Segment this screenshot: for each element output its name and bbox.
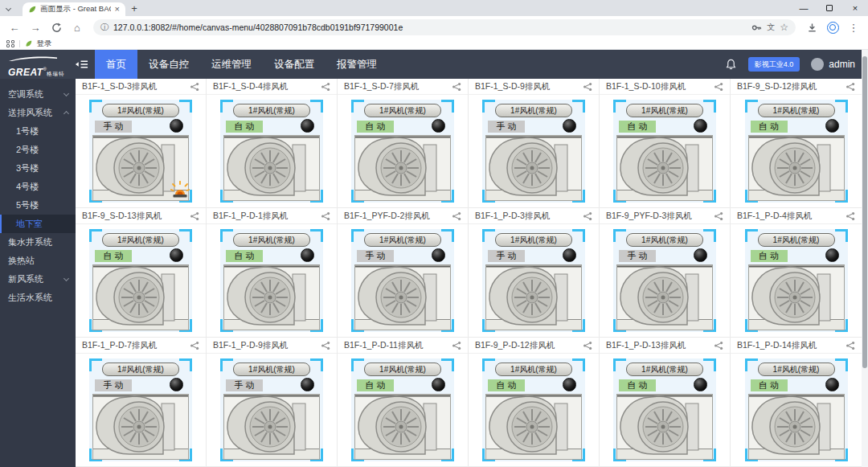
mode-toggle[interactable]: 自 动 xyxy=(488,379,525,391)
profile-avatar[interactable] xyxy=(823,18,842,37)
share-icon[interactable] xyxy=(190,211,199,221)
fan-label-button[interactable]: 1#风机(常规) xyxy=(233,363,310,376)
close-button[interactable]: × xyxy=(842,0,868,16)
sidebar-item[interactable]: 5号楼 xyxy=(0,196,76,215)
share-icon[interactable] xyxy=(321,82,330,92)
fan-widget[interactable]: 1#风机(常规) 手 动 xyxy=(351,229,454,332)
fan-widget[interactable]: 1#风机(常规) 自 动 xyxy=(482,358,585,461)
share-icon[interactable] xyxy=(452,341,461,350)
fan-widget[interactable]: 1#风机(常规) 手 动 xyxy=(482,229,585,332)
fan-label-button[interactable]: 1#风机(常规) xyxy=(495,104,572,117)
tab-close-icon[interactable]: × xyxy=(115,5,120,14)
fan-label-button[interactable]: 1#风机(常规) xyxy=(102,233,179,247)
restore-button[interactable] xyxy=(817,0,842,16)
scrollbar-thumb[interactable] xyxy=(862,56,867,368)
fan-widget[interactable]: 1#风机(常规) 自 动 xyxy=(351,100,454,203)
share-icon[interactable] xyxy=(321,341,330,350)
fan-widget[interactable]: 1#风机(常规) 自 动 xyxy=(613,358,716,461)
mode-toggle[interactable]: 手 动 xyxy=(95,379,132,391)
back-button[interactable]: ← xyxy=(5,18,24,37)
fan-widget[interactable]: 1#风机(常规) 手 动 xyxy=(482,100,585,203)
fan-label-button[interactable]: 1#风机(常规) xyxy=(364,363,441,376)
fan-widget[interactable]: 1#风机(常规) 自 动 xyxy=(89,229,192,332)
browser-menu-button[interactable]: ⋮ xyxy=(844,18,863,37)
browser-tab[interactable]: 画面显示 - Great BAOS × xyxy=(23,2,125,16)
share-icon[interactable] xyxy=(714,341,723,350)
share-icon[interactable] xyxy=(845,211,855,221)
fan-widget[interactable]: 1#风机(常规) 手 动 xyxy=(220,358,323,461)
mode-toggle[interactable]: 手 动 xyxy=(488,121,525,133)
mode-toggle[interactable]: 手 动 xyxy=(488,250,525,262)
user-avatar[interactable] xyxy=(811,58,824,71)
sidebar-item[interactable]: 新风系统 xyxy=(0,270,76,289)
share-icon[interactable] xyxy=(190,82,199,92)
mode-toggle[interactable]: 自 动 xyxy=(357,379,394,391)
reload-button[interactable] xyxy=(47,18,66,37)
minimize-button[interactable]: — xyxy=(791,0,817,16)
fan-label-button[interactable]: 1#风机(常规) xyxy=(233,104,310,117)
fan-label-button[interactable]: 1#风机(常规) xyxy=(626,104,703,117)
fan-label-button[interactable]: 1#风机(常规) xyxy=(626,233,703,247)
site-info-icon[interactable]: ⓘ xyxy=(100,22,108,33)
fan-widget[interactable]: 1#风机(常规) 手 动 xyxy=(89,358,192,461)
fan-label-button[interactable]: 1#风机(常规) xyxy=(102,363,179,376)
share-icon[interactable] xyxy=(845,341,855,350)
sidebar-collapse-button[interactable] xyxy=(71,50,92,79)
fan-widget[interactable]: 1#风机(常规) 自 动 xyxy=(220,100,323,203)
fan-label-button[interactable]: 1#风机(常规) xyxy=(758,233,835,247)
sidebar-item[interactable]: 4号楼 xyxy=(0,178,76,196)
share-icon[interactable] xyxy=(452,82,461,92)
mode-toggle[interactable]: 手 动 xyxy=(619,250,656,262)
fan-label-button[interactable]: 1#风机(常规) xyxy=(495,233,572,247)
user-name[interactable]: admin xyxy=(829,59,855,70)
sidebar-item[interactable]: 送排风系统 xyxy=(0,104,76,122)
bell-icon[interactable] xyxy=(725,58,737,71)
fan-label-button[interactable]: 1#风机(常规) xyxy=(364,104,441,117)
apps-grid-icon[interactable] xyxy=(6,40,14,48)
mode-toggle[interactable]: 自 动 xyxy=(95,250,132,262)
fan-label-button[interactable]: 1#风机(常规) xyxy=(758,363,835,376)
sidebar-item[interactable]: 空调系统 xyxy=(0,85,76,104)
share-icon[interactable] xyxy=(452,211,461,221)
share-icon[interactable] xyxy=(190,341,199,350)
sidebar-item[interactable]: 集水井系统 xyxy=(0,233,76,252)
nav-tab[interactable]: 报警管理 xyxy=(326,50,388,79)
fan-label-button[interactable]: 1#风机(常规) xyxy=(758,104,835,117)
new-tab-button[interactable]: + xyxy=(125,0,143,16)
fan-widget[interactable]: 1#风机(常规) 自 动 xyxy=(220,229,323,332)
fan-widget[interactable]: 1#风机(常规) 自 动 xyxy=(351,358,454,461)
downloads-button[interactable] xyxy=(802,18,821,37)
share-icon[interactable] xyxy=(583,82,592,92)
sidebar-item[interactable]: 生活水系统 xyxy=(0,289,76,307)
nav-tab[interactable]: 首页 xyxy=(95,50,137,79)
nav-tab[interactable]: 运维管理 xyxy=(200,50,263,79)
fan-widget[interactable]: 1#风机(常规) 自 动 xyxy=(745,229,848,332)
share-icon[interactable] xyxy=(583,341,592,350)
mode-toggle[interactable]: 自 动 xyxy=(751,379,788,391)
fan-label-button[interactable]: 1#风机(常规) xyxy=(233,233,310,247)
mode-toggle[interactable]: 手 动 xyxy=(357,250,394,262)
nav-tab[interactable]: 设备自控 xyxy=(137,50,200,79)
mode-toggle[interactable]: 自 动 xyxy=(751,250,788,262)
address-bar[interactable]: ⓘ 127.0.0.1:8082/#/home/canvas-menu/4028… xyxy=(93,19,796,35)
fan-label-button[interactable]: 1#风机(常规) xyxy=(364,233,441,247)
bookmark-login[interactable]: 登录 xyxy=(37,39,52,49)
sidebar-item[interactable]: 地下室 xyxy=(0,215,76,233)
home-button[interactable]: ⌂ xyxy=(68,18,87,37)
fan-label-button[interactable]: 1#风机(常规) xyxy=(102,104,179,117)
share-icon[interactable] xyxy=(321,211,330,221)
fan-widget[interactable]: 1#风机(常规) 自 动 xyxy=(745,358,848,461)
sidebar-item[interactable]: 2号楼 xyxy=(0,141,76,159)
forward-button[interactable]: → xyxy=(26,18,45,37)
fan-label-button[interactable]: 1#风机(常规) xyxy=(495,363,572,376)
env-badge[interactable]: 影视工业4.0 xyxy=(748,57,800,72)
fan-widget[interactable]: 1#风机(常规) 手 动 xyxy=(613,229,716,332)
mode-toggle[interactable]: 自 动 xyxy=(619,379,656,391)
mode-toggle[interactable]: 自 动 xyxy=(357,121,394,133)
sidebar-item[interactable]: 3号楼 xyxy=(0,159,76,178)
tab-search-button[interactable] xyxy=(0,0,16,16)
fan-widget[interactable]: 1#风机(常规) 自 动 xyxy=(745,100,848,203)
share-icon[interactable] xyxy=(845,82,855,92)
share-icon[interactable] xyxy=(714,211,723,221)
fan-widget[interactable]: 1#风机(常规) 手 动 xyxy=(89,100,192,203)
